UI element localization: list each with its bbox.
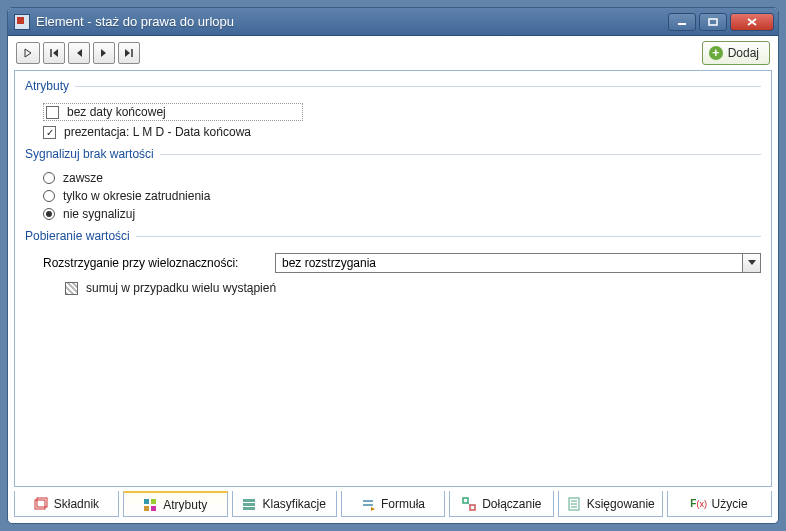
svg-marker-8 <box>101 49 106 57</box>
tab-attributes[interactable]: Atrybuty <box>123 491 228 517</box>
plus-icon: + <box>709 46 723 60</box>
svg-rect-24 <box>463 498 468 503</box>
window: Element - staż do prawa do urlopu <box>7 7 779 524</box>
svg-marker-6 <box>53 49 58 57</box>
radio-always[interactable] <box>43 172 55 184</box>
tab-attaching-label: Dołączanie <box>482 497 541 511</box>
chevron-down-icon[interactable] <box>742 254 760 272</box>
tab-formula-label: Formuła <box>381 497 425 511</box>
close-button[interactable] <box>730 13 774 31</box>
classifications-icon <box>242 497 256 511</box>
section-attributes-title: Atrybuty <box>25 79 761 93</box>
tab-booking-label: Księgowanie <box>587 497 655 511</box>
nav-prev-button[interactable] <box>68 42 90 64</box>
nav-play-button[interactable] <box>16 42 40 64</box>
tab-component-label: Składnik <box>54 497 99 511</box>
add-button[interactable]: + Dodaj <box>702 41 770 65</box>
titlebar: Element - staż do prawa do urlopu <box>8 8 778 36</box>
tab-formula[interactable]: Formuła <box>341 491 446 517</box>
tab-usage-label: Użycie <box>712 497 748 511</box>
svg-marker-4 <box>25 49 31 57</box>
svg-marker-11 <box>748 260 756 265</box>
client-area: Atrybuty bez daty końcowej prezentacja: … <box>14 70 772 487</box>
attaching-icon <box>462 497 476 511</box>
checkbox-sum[interactable] <box>65 282 78 295</box>
window-buttons <box>668 13 774 31</box>
checkbox-no-end-date[interactable] <box>46 106 59 119</box>
component-icon <box>34 497 48 511</box>
ambiguity-value: bez rozstrzygania <box>276 254 742 272</box>
svg-line-26 <box>468 503 470 505</box>
section-signal-title: Sygnalizuj brak wartości <box>25 147 761 161</box>
attr-no-end-date-row[interactable]: bez daty końcowej <box>43 103 303 121</box>
label-always: zawsze <box>63 171 103 185</box>
section-retrieval-title: Pobieranie wartości <box>25 229 761 243</box>
tab-usage[interactable]: F(x) Użycie <box>667 491 772 517</box>
usage-icon: F(x) <box>692 497 706 511</box>
svg-rect-14 <box>144 499 149 504</box>
tab-classifications-label: Klasyfikacje <box>262 497 325 511</box>
svg-rect-19 <box>243 503 255 506</box>
toolbar: + Dodaj <box>8 36 778 70</box>
window-title: Element - staż do prawa do urlopu <box>36 14 668 29</box>
tab-classifications[interactable]: Klasyfikacje <box>232 491 337 517</box>
attributes-icon <box>143 498 157 512</box>
app-icon <box>14 14 30 30</box>
svg-marker-9 <box>125 49 130 57</box>
svg-rect-15 <box>151 499 156 504</box>
ambiguity-combo[interactable]: bez rozstrzygania <box>275 253 761 273</box>
checkbox-presentation[interactable] <box>43 126 56 139</box>
nav-last-button[interactable] <box>118 42 140 64</box>
tab-attributes-label: Atrybuty <box>163 498 207 512</box>
svg-rect-1 <box>709 19 717 25</box>
svg-rect-20 <box>243 507 255 510</box>
radio-no-signal[interactable] <box>43 208 55 220</box>
maximize-button[interactable] <box>699 13 727 31</box>
booking-icon <box>567 497 581 511</box>
tab-component[interactable]: Składnik <box>14 491 119 517</box>
svg-rect-16 <box>144 506 149 511</box>
tab-bar: Składnik Atrybuty Klasyfikacje Formuła D… <box>14 491 772 517</box>
formula-icon <box>361 497 375 511</box>
label-sum: sumuj w przypadku wielu wystąpień <box>86 281 276 295</box>
tab-booking[interactable]: Księgowanie <box>558 491 663 517</box>
nav-next-button[interactable] <box>93 42 115 64</box>
label-no-end-date: bez daty końcowej <box>67 105 166 119</box>
tab-attaching[interactable]: Dołączanie <box>449 491 554 517</box>
svg-marker-23 <box>371 507 375 511</box>
label-no-signal: nie sygnalizuj <box>63 207 135 221</box>
nav-first-button[interactable] <box>43 42 65 64</box>
ambiguity-label: Rozstrzyganie przy wieloznaczności: <box>43 256 273 270</box>
minimize-button[interactable] <box>668 13 696 31</box>
add-button-label: Dodaj <box>728 46 759 60</box>
svg-rect-25 <box>470 505 475 510</box>
label-presentation: prezentacja: L M D - Data końcowa <box>64 125 251 139</box>
radio-employment[interactable] <box>43 190 55 202</box>
label-employment: tylko w okresie zatrudnienia <box>63 189 210 203</box>
svg-rect-18 <box>243 499 255 502</box>
svg-rect-17 <box>151 506 156 511</box>
svg-marker-7 <box>77 49 82 57</box>
